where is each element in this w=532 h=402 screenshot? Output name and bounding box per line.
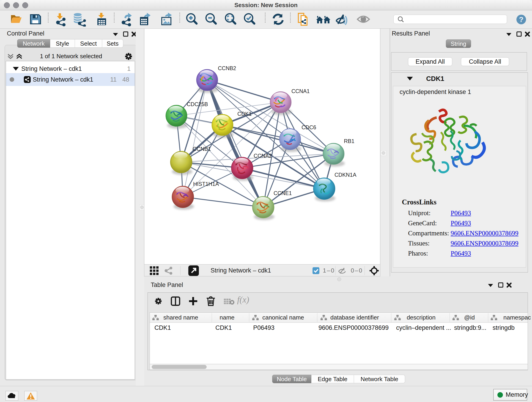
svg-text:CCNB1: CCNB1 bbox=[193, 146, 211, 152]
svg-text:CDC25B: CDC25B bbox=[187, 101, 208, 107]
svg-text:CDKN1A: CDKN1A bbox=[335, 172, 356, 178]
svg-text:CCNE1: CCNE1 bbox=[273, 190, 292, 196]
svg-text:CCNB2: CCNB2 bbox=[218, 65, 236, 71]
svg-text:CCNA2: CCNA2 bbox=[254, 153, 272, 159]
svg-text:RB1: RB1 bbox=[344, 138, 355, 144]
svg-text:CCNA1: CCNA1 bbox=[291, 88, 310, 94]
svg-text:HIST1H1A: HIST1H1A bbox=[193, 181, 219, 187]
svg-text:CDK1: CDK1 bbox=[237, 111, 252, 117]
svg-text:CDC6: CDC6 bbox=[302, 124, 316, 130]
svg-text:?: ? bbox=[519, 15, 524, 24]
